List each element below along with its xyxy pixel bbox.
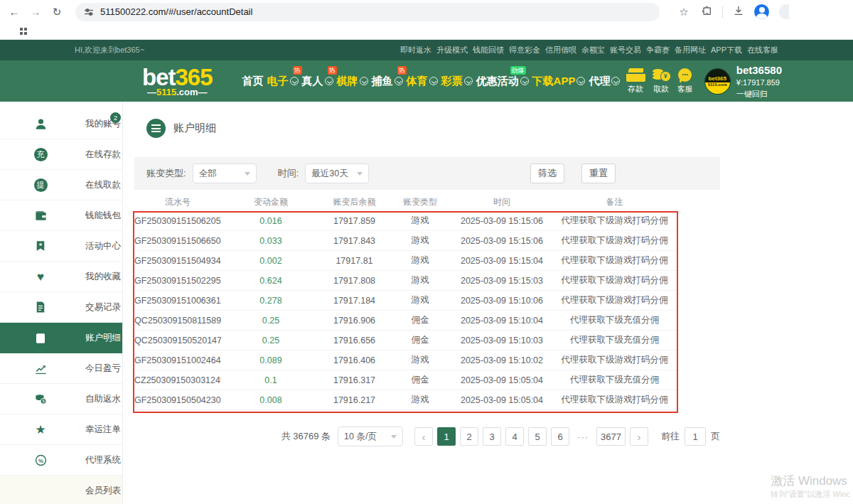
topbar-link[interactable]: 得意彩金 — [509, 45, 540, 55]
main-panel: 账户明细 账变类型: 全部 时间: 最近30天 筛选 重置 流水号变动金额账变后… — [123, 102, 853, 504]
table-row[interactable]: GF250309151006361820.27817917.184游戏2025-… — [134, 291, 677, 311]
prev-page-button[interactable]: ‹ — [414, 427, 433, 446]
nav-item[interactable]: 捕鱼热 — [372, 75, 403, 88]
service-button[interactable]: 客服 — [677, 68, 693, 95]
next-page-button[interactable]: › — [630, 427, 648, 446]
cell-remark: 代理获取下级游戏打码分佣 — [552, 254, 677, 267]
main-nav: 首页电子热真人热棋牌捕鱼热体育彩票优惠活动劲爆下载APP代理 — [242, 75, 621, 88]
topbar-link[interactable]: 余额宝 — [581, 45, 605, 55]
sidebar-item-records[interactable]: 交易记录 — [0, 292, 122, 323]
table-row[interactable]: GF250309151506650490.03317917.843游戏2025-… — [134, 231, 677, 251]
topbar-link[interactable]: APP下载 — [711, 45, 742, 55]
topbar-link[interactable]: 在线客服 — [747, 45, 778, 55]
sidebar-item-label: 在线取款 — [85, 179, 121, 191]
cell-id: QC25030915052014726 — [134, 336, 221, 345]
table-row[interactable]: QC250309150811589440.2517916.906佣金2025-0… — [134, 311, 677, 331]
page-button-4[interactable]: 4 — [505, 427, 524, 446]
cell-balance: 17917.81 — [321, 256, 388, 266]
nav-item[interactable]: 代理 — [589, 75, 620, 88]
sidebar-item-account-detail[interactable]: 账户明细 — [0, 323, 122, 353]
topbar-link[interactable]: 账号交易 — [610, 45, 641, 55]
topbar-link[interactable]: 即时返水 — [400, 45, 431, 55]
topbar-link[interactable]: 信用借呗 — [545, 45, 576, 55]
site-settings-icon[interactable] — [84, 7, 94, 17]
topbar-link[interactable]: 钱能回馈 — [473, 45, 504, 55]
user-icon — [33, 117, 48, 131]
deposit-button[interactable]: 存款 — [626, 68, 645, 95]
chevron-down-circle-icon — [429, 77, 438, 85]
nav-item[interactable]: 下载APP — [532, 75, 586, 88]
cell-type: 游戏 — [388, 294, 452, 306]
cell-time: 2025-03-09 15:15:04 — [452, 256, 552, 266]
table-header-row: 流水号变动金额账变后余额账变类型时间备注 — [134, 193, 677, 211]
table-row[interactable]: GF250309150504230160.00817916.217游戏2025-… — [134, 390, 677, 410]
nav-item-label: 优惠活动 — [476, 75, 519, 88]
address-bar[interactable]: 511500222.com/#/user/accountDetail — [75, 3, 660, 21]
nav-item[interactable]: 优惠活动劲爆 — [476, 75, 529, 88]
page-size-select[interactable]: 10 条/页 — [338, 427, 403, 446]
sidebar-item-withdraw[interactable]: 提在线取款 — [0, 170, 122, 200]
sidebar-item-chart[interactable]: 今日盈亏 — [0, 353, 122, 384]
nav-item[interactable]: 彩票 — [441, 75, 473, 88]
type-filter-select[interactable]: 全部 — [193, 163, 257, 183]
agent-icon: % — [33, 454, 48, 467]
table-row[interactable]: GF250309151002464500.08917916.406游戏2025-… — [134, 350, 677, 370]
nav-item[interactable]: 首页 — [242, 75, 264, 88]
nav-item[interactable]: 电子热 — [267, 75, 299, 88]
goto-page-input[interactable]: 1 — [685, 427, 706, 446]
cell-remark: 代理获取下级游戏打码分佣 — [552, 394, 677, 406]
sidebar-item-rebate[interactable]: $自助返水 — [0, 384, 122, 414]
nav-item[interactable]: 体育 — [407, 75, 438, 88]
page-button-3677[interactable]: 3677 — [596, 427, 626, 446]
topbar-link[interactable]: 升级模式 — [436, 45, 468, 55]
cell-balance: 17916.906 — [321, 316, 388, 326]
table-row[interactable]: CZ250309150303124900.117916.317佣金2025-03… — [134, 370, 677, 390]
sidebar-item-deposit[interactable]: 充在线存款 — [0, 139, 122, 170]
table-row[interactable]: GF250309151502295830.62417917.808游戏2025-… — [134, 271, 677, 291]
cell-time: 2025-03-09 15:10:06 — [452, 296, 552, 306]
sidebar-item-activity[interactable]: ★活动中心 — [0, 231, 122, 262]
cell-type: 游戏 — [388, 354, 452, 366]
nav-item-label: 电子 — [267, 75, 289, 88]
profile-avatar[interactable] — [754, 4, 769, 19]
back-icon[interactable]: ← — [7, 6, 21, 18]
topbar-link[interactable]: 备用网址 — [675, 45, 706, 55]
windows-activation-watermark: 激活 Windows 转到“设置”以激活 Winc — [771, 473, 850, 500]
sidebar-item-wallet[interactable]: 钱能钱包 — [0, 200, 122, 231]
sidebar-item-heart[interactable]: ♥我的收藏 — [0, 262, 122, 292]
apps-grid-icon[interactable] — [20, 28, 23, 31]
sidebar-item-agent[interactable]: %代理系统 — [0, 445, 122, 476]
time-filter-select[interactable]: 最近30天 — [305, 163, 369, 183]
table-row[interactable]: QC250309150520147260.2517916.656佣金2025-0… — [134, 331, 677, 350]
nav-item[interactable]: 棋牌 — [337, 75, 368, 88]
page-button-5[interactable]: 5 — [528, 427, 547, 446]
page-button-6[interactable]: 6 — [551, 427, 569, 446]
table-row[interactable]: GF250309151504934270.00217917.81游戏2025-0… — [134, 251, 677, 271]
page-button-3[interactable]: 3 — [483, 427, 501, 446]
refresh-icon[interactable]: ↻ — [50, 6, 64, 18]
download-icon[interactable] — [733, 5, 744, 19]
page-button-2[interactable]: 2 — [460, 427, 478, 446]
sidebar-item-label: 账户明细 — [85, 332, 121, 344]
table-row[interactable]: GF250309151506205750.01617917.859游戏2025-… — [134, 211, 677, 231]
nav-item[interactable]: 真人热 — [302, 75, 333, 88]
sidebar-item-sub[interactable]: 会员列表 — [0, 476, 122, 504]
filter-button[interactable]: 筛选 — [530, 163, 564, 183]
topbar-link[interactable]: 争霸赛 — [646, 45, 670, 55]
chart-icon — [33, 362, 48, 375]
reset-button[interactable]: 重置 — [581, 163, 616, 183]
extensions-icon[interactable] — [701, 5, 712, 19]
sidebar-item-user[interactable]: 我的账号2 — [0, 109, 122, 139]
one-key-return-link[interactable]: 一键回归 — [736, 89, 782, 100]
browser-menu-partial[interactable] — [779, 4, 789, 19]
cell-type: 佣金 — [388, 334, 452, 346]
page-button-1[interactable]: 1 — [437, 427, 456, 446]
forward-icon[interactable]: → — [28, 6, 43, 18]
chevron-down-circle-icon — [520, 77, 529, 85]
sidebar-item-star[interactable]: ★幸运注单 — [0, 414, 122, 445]
cell-id: GF25030915150493427 — [134, 256, 221, 266]
site-logo[interactable]: bet365 —5115.com— — [142, 65, 213, 97]
bookmark-star-icon[interactable]: ☆ — [677, 6, 691, 18]
deposit-icon: 充 — [34, 148, 48, 161]
withdraw-button[interactable]: 取款 — [652, 68, 671, 95]
